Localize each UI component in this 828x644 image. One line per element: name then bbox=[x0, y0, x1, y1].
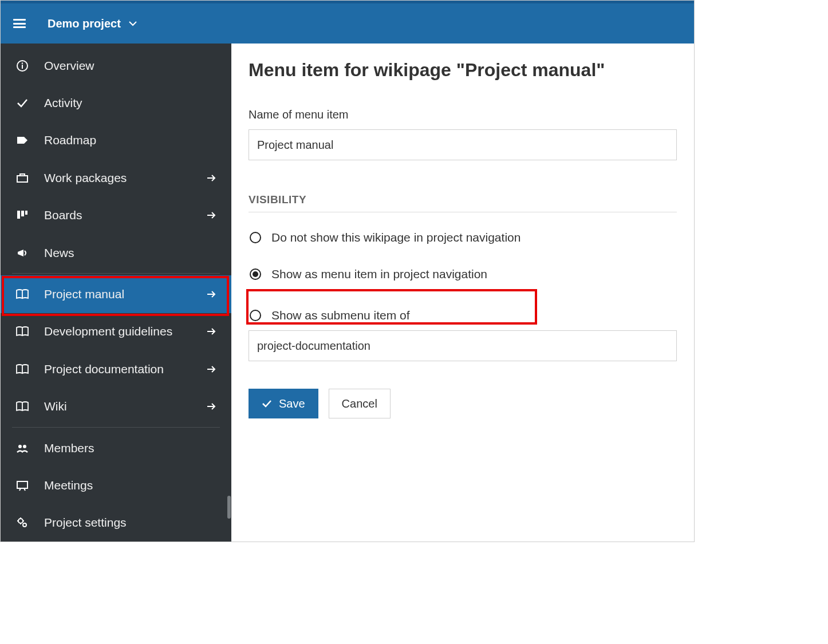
sidebar-item-overview[interactable]: Overview bbox=[1, 47, 231, 84]
project-name: Demo project bbox=[48, 17, 121, 30]
arrow-right-icon bbox=[205, 290, 218, 298]
radio-show-as-submenu[interactable]: Show as submenu item of bbox=[249, 305, 677, 326]
arrow-right-icon bbox=[205, 365, 218, 373]
check-icon bbox=[14, 95, 30, 111]
svg-rect-6 bbox=[21, 211, 24, 216]
sidebar-item-label: Activity bbox=[44, 96, 218, 110]
info-icon bbox=[14, 58, 30, 74]
sidebar-item-label: Wiki bbox=[44, 400, 205, 413]
sidebar-item-label: Boards bbox=[44, 208, 205, 222]
main-content: Menu item for wikipage "Project manual" … bbox=[231, 44, 694, 542]
radio-label: Show as menu item in project navigation bbox=[271, 267, 487, 281]
svg-rect-5 bbox=[17, 211, 20, 219]
sidebar-item-wiki[interactable]: Wiki bbox=[1, 388, 231, 425]
sidebar-item-roadmap[interactable]: Roadmap bbox=[1, 122, 231, 159]
sidebar-item-development-guidelines[interactable]: Development guidelines bbox=[1, 313, 231, 350]
members-icon bbox=[14, 440, 30, 456]
radio-show-as-menu-item[interactable]: Show as menu item in project navigation bbox=[249, 264, 677, 285]
sidebar-item-label: Project settings bbox=[44, 516, 218, 530]
radio-do-not-show[interactable]: Do not show this wikipage in project nav… bbox=[249, 227, 677, 248]
sidebar-item-news[interactable]: News bbox=[1, 234, 231, 271]
arrow-right-icon bbox=[205, 174, 218, 182]
sidebar-item-meetings[interactable]: Meetings bbox=[1, 467, 231, 504]
megaphone-icon bbox=[14, 245, 30, 261]
sidebar-resize-handle[interactable] bbox=[227, 496, 231, 519]
sidebar-item-label: Work packages bbox=[44, 171, 205, 185]
select-value: project-documentation bbox=[257, 339, 370, 353]
section-divider bbox=[249, 212, 677, 212]
name-label: Name of menu item bbox=[249, 108, 677, 121]
arrow-right-icon bbox=[205, 327, 218, 335]
svg-rect-4 bbox=[20, 174, 25, 176]
book-icon bbox=[14, 323, 30, 339]
sidebar-item-label: Meetings bbox=[44, 479, 218, 492]
visibility-section-label: VISIBILITY bbox=[249, 193, 677, 206]
sidebar-item-project-settings[interactable]: Project settings bbox=[1, 504, 231, 542]
sidebar-item-boards[interactable]: Boards bbox=[1, 197, 231, 234]
caret-down-icon bbox=[129, 21, 137, 26]
boards-icon bbox=[14, 207, 30, 223]
radio-label: Do not show this wikipage in project nav… bbox=[271, 231, 521, 244]
menu-item-name-input[interactable] bbox=[249, 129, 677, 160]
sidebar-item-work-packages[interactable]: Work packages bbox=[1, 159, 231, 196]
meeting-icon bbox=[14, 477, 30, 493]
sidebar-item-activity[interactable]: Activity bbox=[1, 84, 231, 121]
svg-rect-10 bbox=[17, 481, 27, 488]
sidebar-divider bbox=[12, 427, 220, 428]
sidebar-item-label: Project manual bbox=[44, 287, 205, 301]
radio-icon bbox=[250, 268, 261, 280]
svg-point-11 bbox=[18, 519, 23, 523]
radio-icon bbox=[250, 310, 261, 321]
sidebar-item-label: Overview bbox=[44, 59, 218, 73]
sidebar-item-project-documentation[interactable]: Project documentation bbox=[1, 350, 231, 388]
svg-rect-3 bbox=[17, 176, 27, 182]
briefcase-icon bbox=[14, 170, 30, 186]
svg-point-12 bbox=[23, 523, 26, 527]
button-label: Save bbox=[279, 397, 305, 410]
project-selector[interactable]: Demo project bbox=[48, 17, 137, 30]
book-icon bbox=[14, 398, 30, 414]
hamburger-icon[interactable] bbox=[13, 19, 26, 28]
book-icon bbox=[14, 286, 30, 302]
tag-icon bbox=[14, 132, 30, 148]
sidebar-divider bbox=[12, 273, 220, 274]
sidebar-item-label: News bbox=[44, 246, 218, 260]
sidebar-item-label: Members bbox=[44, 441, 218, 455]
submenu-parent-select[interactable]: project-documentation bbox=[249, 330, 677, 361]
sidebar-item-label: Roadmap bbox=[44, 133, 218, 147]
svg-point-8 bbox=[18, 445, 22, 448]
save-button[interactable]: Save bbox=[249, 389, 318, 418]
sidebar: Overview Activity Roadmap Work packages bbox=[1, 44, 231, 542]
sidebar-item-label: Project documentation bbox=[44, 362, 205, 376]
sidebar-item-label: Development guidelines bbox=[44, 325, 205, 338]
svg-point-1 bbox=[22, 62, 23, 64]
check-icon bbox=[262, 400, 272, 408]
sidebar-item-members[interactable]: Members bbox=[1, 429, 231, 467]
page-title: Menu item for wikipage "Project manual" bbox=[249, 60, 677, 81]
button-label: Cancel bbox=[342, 397, 377, 410]
svg-rect-2 bbox=[22, 65, 23, 69]
gears-icon bbox=[14, 515, 30, 531]
book-icon bbox=[14, 361, 30, 377]
cancel-button[interactable]: Cancel bbox=[329, 389, 391, 418]
radio-icon bbox=[250, 232, 261, 243]
svg-point-9 bbox=[23, 445, 26, 448]
sidebar-item-project-manual[interactable]: Project manual bbox=[1, 275, 231, 313]
svg-rect-7 bbox=[25, 211, 27, 215]
radio-label: Show as submenu item of bbox=[271, 309, 410, 322]
header-bar: Demo project bbox=[1, 3, 694, 44]
arrow-right-icon bbox=[205, 402, 218, 410]
arrow-right-icon bbox=[205, 211, 218, 219]
